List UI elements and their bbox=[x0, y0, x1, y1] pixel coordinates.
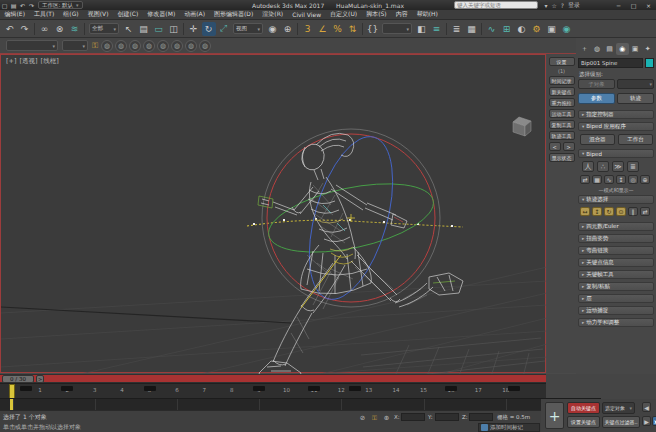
selection-lock-icon[interactable]: ⚿ bbox=[370, 413, 379, 422]
body-rotation-icon[interactable]: ↻ bbox=[604, 207, 614, 216]
anim-layer-filter-combo[interactable]: ▾ bbox=[62, 40, 88, 51]
workbench-button[interactable]: 工作台 bbox=[618, 134, 653, 145]
selection-filter-combo[interactable]: 全部▾ bbox=[89, 23, 119, 34]
keyframe-marker-7[interactable] bbox=[508, 386, 520, 391]
trajectories-button[interactable]: 轨迹 bbox=[617, 93, 654, 104]
current-frame-marker[interactable] bbox=[9, 384, 15, 399]
curve-editor-icon[interactable]: ∿ bbox=[485, 22, 499, 36]
use-pivot-center-icon[interactable]: ◉ bbox=[266, 22, 280, 36]
rollout-collapsed-6[interactable]: ▸层 bbox=[578, 294, 654, 303]
keyframe-marker-0[interactable] bbox=[20, 386, 32, 391]
rollout-collapsed-8[interactable]: ▸动力学和调整 bbox=[578, 318, 654, 327]
menu-item-10[interactable]: 自定义(U) bbox=[326, 10, 362, 19]
delete-anim-layer-icon[interactable]: ◍ bbox=[157, 40, 169, 52]
strip-button-5[interactable]: 复制工具 bbox=[549, 120, 575, 129]
render-setup-icon[interactable]: ⚙ bbox=[530, 22, 544, 36]
snaps-toggle-icon[interactable]: 3 bbox=[301, 22, 315, 36]
edit-named-selections-icon[interactable]: {} bbox=[366, 22, 380, 36]
viewport-menu-shading[interactable]: [线框] bbox=[41, 57, 59, 66]
spinner-snap-icon[interactable]: ⇅ bbox=[346, 22, 360, 36]
tab-modify[interactable]: ◍ bbox=[591, 43, 604, 55]
angle-snap-icon[interactable]: ∠ bbox=[316, 22, 330, 36]
strip-display-state-button[interactable]: 显示状态 bbox=[549, 153, 575, 162]
select-move-icon[interactable]: ✛ bbox=[187, 22, 201, 36]
menu-item-0[interactable]: 编辑(E) bbox=[0, 10, 29, 19]
key-mode-toggle-icon[interactable]: ➤ bbox=[652, 416, 656, 426]
keyframe-marker-3[interactable] bbox=[253, 386, 265, 391]
mirror-icon[interactable]: ◧ bbox=[415, 22, 429, 36]
scene-explorer-icon[interactable]: ▦ bbox=[465, 22, 479, 36]
auto-key-button[interactable]: 自动关键点 bbox=[567, 402, 600, 414]
rubber-band-mode-icon[interactable]: ∿ bbox=[604, 175, 614, 184]
schematic-view-icon[interactable]: ⊞ bbox=[500, 22, 514, 36]
redo-icon[interactable]: ↷ bbox=[27, 2, 36, 9]
lock-com-keying-icon[interactable]: ⊙ bbox=[616, 207, 626, 216]
set-key-big-button[interactable]: + bbox=[545, 402, 564, 429]
track-bar-ruler[interactable]: 0123456789101112131415161718 bbox=[0, 383, 601, 398]
workspace-combo[interactable]: 工作区: 默认 ▾ bbox=[38, 1, 83, 9]
time-slider-handle[interactable]: 0 / 30 bbox=[2, 375, 34, 383]
strip-next-button[interactable]: > bbox=[563, 142, 575, 151]
menu-item-8[interactable]: 渲染(R) bbox=[258, 10, 288, 19]
subobject-button[interactable]: 子对象 bbox=[578, 79, 615, 89]
align-icon[interactable]: ≡ bbox=[430, 22, 444, 36]
mixer-button[interactable]: 混合器 bbox=[580, 134, 615, 145]
figure-mode-icon[interactable]: 人 bbox=[582, 161, 594, 172]
body-horizontal-icon[interactable]: ↔ bbox=[580, 207, 590, 216]
select-scale-icon[interactable]: ⤢ bbox=[217, 22, 231, 36]
viewport-menu-pov[interactable]: [透视] bbox=[20, 57, 38, 66]
isolate-selection-icon[interactable]: ⊘ bbox=[358, 413, 367, 422]
strip-button-2[interactable]: 新关键点 bbox=[549, 87, 575, 96]
keyframe-marker-4[interactable] bbox=[308, 386, 320, 391]
strip-button-4[interactable]: 运动工具 bbox=[549, 109, 575, 118]
buffer-mode-icon[interactable]: ▦ bbox=[592, 175, 602, 184]
rollout-biped-apps[interactable]: ▾Biped 应用程序 bbox=[578, 122, 654, 131]
render-production-icon[interactable]: ◉ bbox=[560, 22, 574, 36]
next-frame-button[interactable]: > bbox=[36, 375, 44, 383]
strip-button-6[interactable]: 轨迹工具 bbox=[549, 131, 575, 140]
select-manipulate-icon[interactable]: ⊕ bbox=[281, 22, 295, 36]
biped-playback-icon[interactable]: ⊕ bbox=[640, 175, 650, 184]
time-tag-field[interactable]: 添加时间标记 bbox=[478, 423, 540, 432]
rollout-collapsed-3[interactable]: ▸关键点信息 bbox=[578, 258, 654, 267]
track-bar[interactable] bbox=[0, 398, 601, 410]
material-editor-icon[interactable]: ◐ bbox=[515, 22, 529, 36]
subobject-level-combo[interactable]: ▾ bbox=[617, 79, 654, 89]
tab-hierarchy[interactable]: ▤ bbox=[603, 43, 616, 55]
perspective-viewport[interactable]: [+] [透视] [线框] bbox=[0, 54, 546, 373]
close-button[interactable]: × bbox=[643, 2, 654, 9]
footstep-mode-icon[interactable]: ∴ bbox=[597, 161, 609, 172]
rotate-gizmo[interactable] bbox=[262, 127, 440, 308]
layer-manager-icon[interactable]: ≣ bbox=[450, 22, 464, 36]
absolute-mode-icon[interactable]: ⊕ bbox=[382, 413, 391, 422]
rendered-frame-icon[interactable]: ▣ bbox=[545, 22, 559, 36]
lock-icon[interactable]: ⚿ bbox=[92, 41, 98, 51]
rollout-collapsed-5[interactable]: ▸复制/粘贴 bbox=[578, 282, 654, 291]
menu-item-4[interactable]: 创建(C) bbox=[113, 10, 143, 19]
undo-icon[interactable]: ↶ bbox=[3, 22, 17, 36]
modes-display-expander[interactable]: —模式和显示— bbox=[580, 187, 652, 193]
anim-layer-weight-icon[interactable]: ◍ bbox=[129, 40, 141, 52]
y-coordinate-field[interactable] bbox=[435, 413, 459, 421]
signin-label[interactable]: 登录 bbox=[568, 1, 580, 10]
menu-item-3[interactable]: 视图(V) bbox=[83, 10, 113, 19]
rollout-collapsed-0[interactable]: ▸四元数/Euler bbox=[578, 222, 654, 231]
strip-button-3[interactable]: 重力拖拉 bbox=[549, 98, 575, 107]
named-selection-combo[interactable]: ▾ bbox=[382, 23, 412, 34]
keyframe-marker-2[interactable] bbox=[144, 386, 156, 391]
copy-anim-layer-icon[interactable]: ◍ bbox=[171, 40, 183, 52]
body-vertical-icon[interactable]: ↕ bbox=[592, 207, 602, 216]
enable-anim-layer-icon[interactable]: ◍ bbox=[101, 40, 113, 52]
play-icon[interactable]: ▶ bbox=[642, 416, 651, 426]
rollout-collapsed-1[interactable]: ▸扭曲姿势 bbox=[578, 234, 654, 243]
object-name-field[interactable]: Bip001 Spine bbox=[578, 58, 643, 68]
help-icon[interactable]: ? bbox=[561, 2, 564, 9]
keyframe-marker-1[interactable] bbox=[61, 386, 73, 391]
region-shape-icon[interactable]: ▭ bbox=[152, 22, 166, 36]
z-coordinate-field[interactable] bbox=[469, 413, 493, 421]
menu-item-9[interactable]: Civil View bbox=[288, 11, 326, 18]
rollout-collapsed-2[interactable]: ▸弯曲链接 bbox=[578, 246, 654, 255]
star-icon[interactable]: ☆ bbox=[551, 2, 556, 9]
menu-item-13[interactable]: 帮助(H) bbox=[412, 10, 442, 19]
viewport-menu-general[interactable]: [+] bbox=[6, 57, 17, 66]
